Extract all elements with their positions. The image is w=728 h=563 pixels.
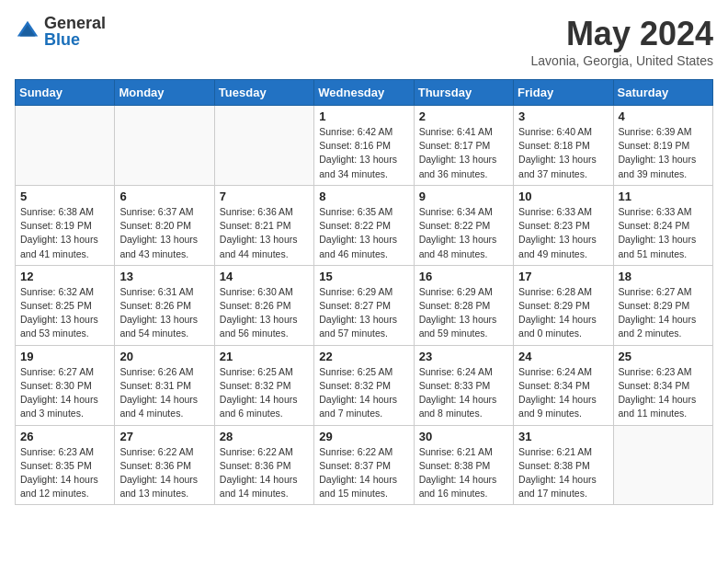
day-number: 21 [220,350,309,363]
day-number: 20 [119,350,209,363]
day-number: 1 [319,109,408,123]
calendar-cell: 29Sunrise: 6:22 AMSunset: 8:37 PMDayligh… [314,425,414,505]
calendar-cell: 22Sunrise: 6:25 AMSunset: 8:32 PMDayligh… [314,345,414,425]
day-number: 12 [20,270,109,283]
calendar-cell [115,106,214,186]
day-info: Sunrise: 6:25 AMSunset: 8:32 PMDaylight:… [319,365,408,421]
day-info: Sunrise: 6:23 AMSunset: 8:35 PMDaylight:… [20,445,109,501]
header-thursday: Thursday [414,80,513,106]
calendar-cell [613,425,712,505]
day-info: Sunrise: 6:39 AMSunset: 8:19 PMDaylight:… [619,125,708,181]
day-info: Sunrise: 6:31 AMSunset: 8:26 PMDaylight:… [119,285,209,341]
day-number: 6 [119,190,209,203]
day-info: Sunrise: 6:21 AMSunset: 8:38 PMDaylight:… [419,445,508,501]
day-number: 15 [319,270,408,283]
day-info: Sunrise: 6:35 AMSunset: 8:22 PMDaylight:… [319,205,408,261]
day-number: 2 [419,109,508,123]
day-number: 19 [20,350,109,363]
day-info: Sunrise: 6:37 AMSunset: 8:20 PMDaylight:… [119,205,209,261]
calendar-cell: 30Sunrise: 6:21 AMSunset: 8:38 PMDayligh… [414,425,513,505]
day-info: Sunrise: 6:22 AMSunset: 8:36 PMDaylight:… [119,445,209,501]
calendar-cell: 23Sunrise: 6:24 AMSunset: 8:33 PMDayligh… [414,345,513,425]
day-number: 18 [619,270,708,283]
day-number: 29 [319,430,408,443]
day-number: 3 [518,109,608,123]
calendar-cell: 25Sunrise: 6:23 AMSunset: 8:34 PMDayligh… [613,345,712,425]
day-info: Sunrise: 6:40 AMSunset: 8:18 PMDaylight:… [518,125,608,181]
header-wednesday: Wednesday [314,80,414,106]
day-info: Sunrise: 6:24 AMSunset: 8:34 PMDaylight:… [518,365,608,421]
calendar-cell: 27Sunrise: 6:22 AMSunset: 8:36 PMDayligh… [115,425,214,505]
header-saturday: Saturday [613,80,712,106]
day-info: Sunrise: 6:38 AMSunset: 8:19 PMDaylight:… [20,205,109,261]
calendar-cell: 2Sunrise: 6:41 AMSunset: 8:17 PMDaylight… [414,106,513,186]
calendar-cell [214,106,313,186]
calendar-cell: 24Sunrise: 6:24 AMSunset: 8:34 PMDayligh… [514,345,613,425]
day-info: Sunrise: 6:30 AMSunset: 8:26 PMDaylight:… [220,285,309,341]
day-number: 30 [419,430,508,443]
calendar-cell: 1Sunrise: 6:42 AMSunset: 8:16 PMDaylight… [314,106,414,186]
title-block: May 2024 Lavonia, Georgia, United States [531,15,713,68]
day-info: Sunrise: 6:41 AMSunset: 8:17 PMDaylight:… [419,125,508,181]
day-info: Sunrise: 6:28 AMSunset: 8:29 PMDaylight:… [518,285,608,341]
day-number: 31 [518,430,608,443]
day-number: 26 [20,430,109,443]
calendar-cell: 20Sunrise: 6:26 AMSunset: 8:31 PMDayligh… [115,345,214,425]
day-number: 9 [419,190,508,203]
calendar-table: SundayMondayTuesdayWednesdayThursdayFrid… [15,79,713,505]
day-number: 14 [220,270,309,283]
day-info: Sunrise: 6:27 AMSunset: 8:30 PMDaylight:… [20,365,109,421]
day-info: Sunrise: 6:23 AMSunset: 8:34 PMDaylight:… [619,365,708,421]
page-header: General Blue May 2024 Lavonia, Georgia, … [15,15,713,68]
calendar-cell: 28Sunrise: 6:22 AMSunset: 8:36 PMDayligh… [214,425,313,505]
week-row-2: 5Sunrise: 6:38 AMSunset: 8:19 PMDaylight… [16,185,713,265]
day-info: Sunrise: 6:33 AMSunset: 8:24 PMDaylight:… [619,205,708,261]
day-info: Sunrise: 6:42 AMSunset: 8:16 PMDaylight:… [319,125,408,181]
calendar-cell: 7Sunrise: 6:36 AMSunset: 8:21 PMDaylight… [214,185,313,265]
day-number: 8 [319,190,408,203]
day-number: 16 [419,270,508,283]
calendar-cell: 16Sunrise: 6:29 AMSunset: 8:28 PMDayligh… [414,265,513,345]
calendar-cell: 9Sunrise: 6:34 AMSunset: 8:22 PMDaylight… [414,185,513,265]
day-number: 17 [518,270,608,283]
calendar-cell: 8Sunrise: 6:35 AMSunset: 8:22 PMDaylight… [314,185,414,265]
calendar-cell: 3Sunrise: 6:40 AMSunset: 8:18 PMDaylight… [514,106,613,186]
logo: General Blue [15,15,106,48]
day-number: 5 [20,190,109,203]
day-number: 13 [119,270,209,283]
calendar-cell: 19Sunrise: 6:27 AMSunset: 8:30 PMDayligh… [16,345,115,425]
calendar-cell: 31Sunrise: 6:21 AMSunset: 8:38 PMDayligh… [514,425,613,505]
day-info: Sunrise: 6:24 AMSunset: 8:33 PMDaylight:… [419,365,508,421]
calendar-cell: 14Sunrise: 6:30 AMSunset: 8:26 PMDayligh… [214,265,313,345]
week-row-4: 19Sunrise: 6:27 AMSunset: 8:30 PMDayligh… [16,345,713,425]
day-number: 24 [518,350,608,363]
calendar-cell: 5Sunrise: 6:38 AMSunset: 8:19 PMDaylight… [16,185,115,265]
day-info: Sunrise: 6:26 AMSunset: 8:31 PMDaylight:… [119,365,209,421]
calendar-cell: 18Sunrise: 6:27 AMSunset: 8:29 PMDayligh… [613,265,712,345]
calendar-cell: 12Sunrise: 6:32 AMSunset: 8:25 PMDayligh… [16,265,115,345]
calendar-cell: 13Sunrise: 6:31 AMSunset: 8:26 PMDayligh… [115,265,214,345]
day-info: Sunrise: 6:32 AMSunset: 8:25 PMDaylight:… [20,285,109,341]
calendar-cell: 11Sunrise: 6:33 AMSunset: 8:24 PMDayligh… [613,185,712,265]
calendar-cell: 17Sunrise: 6:28 AMSunset: 8:29 PMDayligh… [514,265,613,345]
day-number: 7 [220,190,309,203]
day-number: 22 [319,350,408,363]
day-number: 10 [518,190,608,203]
logo-text: General Blue [44,15,106,48]
calendar-cell: 6Sunrise: 6:37 AMSunset: 8:20 PMDaylight… [115,185,214,265]
month-title: May 2024 [531,15,713,53]
day-info: Sunrise: 6:22 AMSunset: 8:37 PMDaylight:… [319,445,408,501]
day-number: 25 [619,350,708,363]
day-number: 27 [119,430,209,443]
day-info: Sunrise: 6:27 AMSunset: 8:29 PMDaylight:… [619,285,708,341]
calendar-cell [16,106,115,186]
calendar-cell: 15Sunrise: 6:29 AMSunset: 8:27 PMDayligh… [314,265,414,345]
day-number: 28 [220,430,309,443]
days-header-row: SundayMondayTuesdayWednesdayThursdayFrid… [16,80,713,106]
location-text: Lavonia, Georgia, United States [531,53,713,68]
day-number: 11 [619,190,708,203]
day-info: Sunrise: 6:25 AMSunset: 8:32 PMDaylight:… [220,365,309,421]
day-info: Sunrise: 6:29 AMSunset: 8:27 PMDaylight:… [319,285,408,341]
week-row-1: 1Sunrise: 6:42 AMSunset: 8:16 PMDaylight… [16,106,713,186]
day-info: Sunrise: 6:34 AMSunset: 8:22 PMDaylight:… [419,205,508,261]
